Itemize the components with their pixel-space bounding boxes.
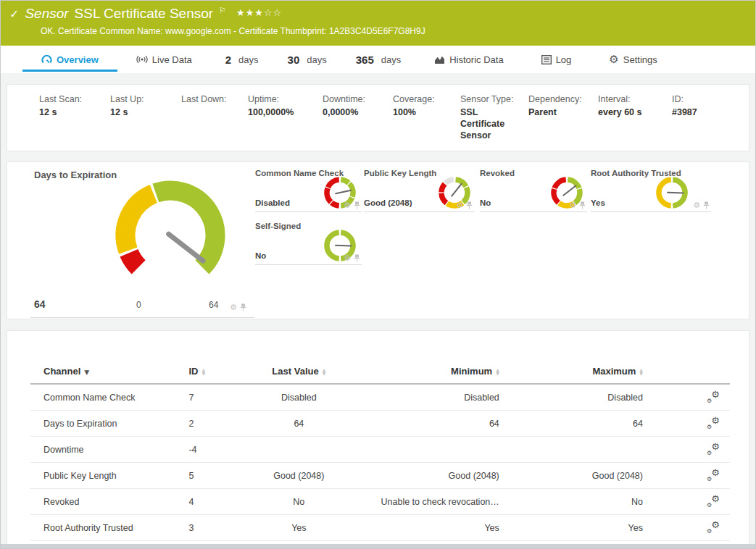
channel-gauge-value: Good (2048) (364, 198, 412, 207)
gear-small-icon: ⚙ (707, 528, 712, 535)
column-label: Maximum (592, 366, 636, 377)
column-header-minimum[interactable]: Minimum▲▼ (360, 361, 499, 384)
gauge-cell-divider (30, 317, 254, 318)
tab-30-days[interactable]: 30 days (273, 46, 341, 73)
stat-item: Coverage: 100% (393, 94, 460, 151)
gear-small-icon: ⚙ (707, 424, 712, 430)
sensor-status-message: OK. Certificate Common Name: www.google.… (41, 26, 425, 36)
table-row[interactable]: Public Key Length 5 Good (2048) Good (20… (30, 463, 730, 489)
gauge-pin-icon[interactable] (354, 254, 360, 262)
stat-value: 12 s (110, 106, 175, 118)
stat-item: Dependency: Parent (528, 94, 598, 151)
gear-icon: ⚙ (711, 493, 720, 504)
stat-label: Interval: (598, 94, 666, 104)
tab-label: Overview (57, 54, 99, 65)
gauges-panel: Days to Expiration 64 0 64 ⚙ Common Name… (7, 162, 749, 319)
flag-icon[interactable]: ⚐ (219, 6, 226, 15)
gauge-settings-icon[interactable]: ⚙ (569, 202, 576, 209)
tab-label: Live Data (152, 54, 192, 65)
tab-2-days[interactable]: 2 days (211, 46, 273, 73)
stat-label: Uptime: (248, 94, 317, 104)
channel-settings-icon[interactable]: ⚙ ⚙ (707, 469, 720, 480)
gauge-settings-icon[interactable]: ⚙ (344, 202, 351, 209)
gear-icon: ⚙ (711, 415, 720, 426)
cell-channel: Days to Expiration (30, 411, 178, 437)
cell-minimum: Unable to check revocation… (360, 489, 499, 515)
stat-label: Last Up: (110, 94, 175, 104)
sensor-title: SSL Certificate Sensor (75, 6, 214, 22)
tab-log[interactable]: Log (523, 46, 591, 73)
column-header-id[interactable]: ID▲▼ (178, 361, 238, 384)
gauge-settings-icon[interactable]: ⚙ (230, 304, 237, 311)
table-row[interactable]: Revoked 4 No Unable to check revocation…… (30, 489, 730, 515)
column-header-last-value[interactable]: Last Value▲▼ (238, 361, 360, 384)
gauge-pin-icon[interactable] (354, 201, 360, 209)
tab-live-data[interactable]: Live Data (117, 46, 211, 73)
cell-maximum: No (499, 489, 643, 515)
sort-icon: ▲▼ (639, 368, 643, 375)
table-row[interactable]: Days to Expiration 2 64 64 64 ⚙ ⚙ (30, 411, 730, 437)
channel-settings-icon[interactable]: ⚙ ⚙ (707, 495, 720, 506)
column-label: ID (188, 366, 198, 377)
stat-value: #3987 (672, 106, 697, 118)
cell-last-value: Disabled (238, 384, 360, 411)
sort-icon: ▲▼ (323, 368, 326, 375)
channel-settings-icon[interactable]: ⚙ ⚙ (707, 416, 720, 428)
cell-channel: Public Key Length (30, 463, 178, 489)
tab-overview[interactable]: Overview (22, 46, 117, 73)
gauge-settings-icon[interactable]: ⚙ (693, 202, 700, 209)
gauge-pin-icon[interactable] (240, 303, 246, 311)
tab-365-days[interactable]: 365 days (341, 46, 416, 73)
stat-item: Last Scan: 12 s (39, 94, 110, 151)
bottom-scroll-strip[interactable] (1, 544, 755, 548)
channels-table: Channel▼ ID▲▼ Last Value▲▼ Minimum▲▼ Max (30, 361, 730, 549)
pin-icon (354, 254, 360, 262)
tab-historic-data[interactable]: Historic Data (415, 46, 522, 73)
column-header-maximum[interactable]: Maximum▲▼ (499, 361, 643, 384)
gear-icon: ⚙ (711, 467, 720, 478)
gear-small-icon: ⚙ (707, 502, 712, 508)
gauge-scale-min: 0 (136, 300, 141, 310)
cell-last-value: Good (2048) (238, 463, 360, 489)
stat-value: SSL Certificate Sensor (460, 106, 523, 141)
stat-value: 12 s (39, 106, 104, 118)
stat-item: Downtime: 0,0000% (323, 94, 393, 151)
tab-label: days (381, 54, 401, 65)
cell-id: 2 (178, 411, 238, 437)
channel-settings-icon[interactable]: ⚙ ⚙ (707, 390, 720, 402)
channel-gauge-title: Public Key Length (364, 169, 436, 177)
table-row[interactable]: Common Name Check 7 Disabled Disabled Di… (30, 384, 730, 411)
table-header-row: Channel▼ ID▲▼ Last Value▲▼ Minimum▲▼ Max (30, 361, 730, 384)
stat-value: every 60 s (598, 106, 666, 118)
channel-gauge-cell: Revoked No ⚙ (480, 167, 587, 212)
gauge-pin-icon[interactable] (703, 201, 710, 209)
tab-label: Settings (623, 54, 657, 65)
gear-icon: ⚙ (711, 519, 720, 530)
priority-stars[interactable]: ★★★☆☆ (236, 7, 282, 18)
cell-maximum: 64 (499, 411, 643, 437)
table-row[interactable]: Root Authority Trusted 3 Yes Yes Yes ⚙ ⚙ (30, 515, 730, 541)
channel-gauge-value: Disabled (255, 198, 290, 207)
cell-minimum: Disabled (360, 384, 499, 411)
channel-settings-icon[interactable]: ⚙ ⚙ (707, 521, 720, 532)
channel-settings-icon[interactable]: ⚙ ⚙ (707, 443, 720, 454)
gauge-icon (41, 54, 52, 65)
sort-desc-icon: ▼ (84, 369, 89, 376)
gauge-settings-icon[interactable]: ⚙ (456, 202, 463, 209)
tab-settings[interactable]: ⚙ Settings (590, 46, 676, 73)
channels-panel: Channel▼ ID▲▼ Last Value▲▼ Minimum▲▼ Max (7, 330, 749, 545)
cell-maximum (499, 437, 643, 463)
stat-value: 0,0000% (323, 106, 387, 118)
channel-gauge-cell: Root Authority Trusted Yes ⚙ (591, 167, 711, 212)
cell-channel: Root Authority Trusted (30, 515, 178, 541)
column-header-channel[interactable]: Channel▼ (30, 361, 178, 384)
gauge-settings-icon[interactable]: ⚙ (344, 255, 351, 262)
tab-days-number: 365 (356, 54, 374, 66)
gauge-pin-icon[interactable] (466, 201, 473, 209)
tab-days-number: 30 (288, 54, 300, 66)
gauge-pin-icon[interactable] (579, 201, 586, 209)
column-header-settings (643, 361, 730, 384)
table-row[interactable]: Downtime -4 ⚙ ⚙ (30, 437, 730, 463)
stat-label: Last Scan: (39, 94, 104, 104)
stat-item: ID: #3987 (672, 94, 703, 151)
